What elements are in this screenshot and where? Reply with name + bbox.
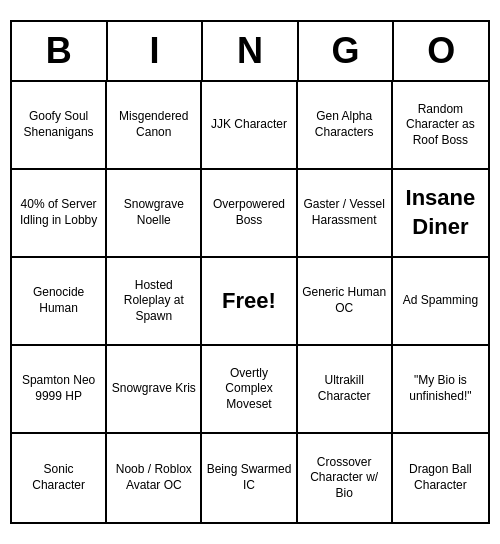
bingo-cell-17: Overtly Complex Moveset: [202, 346, 297, 434]
header-i: I: [108, 22, 204, 80]
bingo-cell-6: Snowgrave Noelle: [107, 170, 202, 258]
bingo-grid: Goofy Soul ShenanigansMisgendered CanonJ…: [12, 82, 488, 522]
bingo-cell-14: Ad Spamming: [393, 258, 488, 346]
header-n: N: [203, 22, 299, 80]
bingo-cell-0: Goofy Soul Shenanigans: [12, 82, 107, 170]
bingo-cell-10: Genocide Human: [12, 258, 107, 346]
bingo-cell-21: Noob / Roblox Avatar OC: [107, 434, 202, 522]
bingo-cell-11: Hosted Roleplay at Spawn: [107, 258, 202, 346]
bingo-cell-19: "My Bio is unfinished!": [393, 346, 488, 434]
header-b: B: [12, 22, 108, 80]
bingo-cell-4: Random Character as Roof Boss: [393, 82, 488, 170]
bingo-cell-20: Sonic Character: [12, 434, 107, 522]
bingo-cell-16: Snowgrave Kris: [107, 346, 202, 434]
bingo-cell-23: Crossover Character w/ Bio: [298, 434, 393, 522]
bingo-cell-5: 40% of Server Idling in Lobby: [12, 170, 107, 258]
header-o: O: [394, 22, 488, 80]
bingo-header: B I N G O: [12, 22, 488, 82]
bingo-cell-15: Spamton Neo 9999 HP: [12, 346, 107, 434]
bingo-cell-22: Being Swarmed IC: [202, 434, 297, 522]
bingo-cell-24: Dragon Ball Character: [393, 434, 488, 522]
bingo-cell-7: Overpowered Boss: [202, 170, 297, 258]
header-g: G: [299, 22, 395, 80]
bingo-cell-2: JJK Character: [202, 82, 297, 170]
bingo-cell-1: Misgendered Canon: [107, 82, 202, 170]
bingo-cell-9: Insane Diner: [393, 170, 488, 258]
bingo-cell-3: Gen Alpha Characters: [298, 82, 393, 170]
bingo-cell-18: Ultrakill Character: [298, 346, 393, 434]
bingo-cell-8: Gaster / Vessel Harassment: [298, 170, 393, 258]
bingo-cell-13: Generic Human OC: [298, 258, 393, 346]
bingo-cell-12: Free!: [202, 258, 297, 346]
bingo-card: B I N G O Goofy Soul ShenanigansMisgende…: [10, 20, 490, 524]
